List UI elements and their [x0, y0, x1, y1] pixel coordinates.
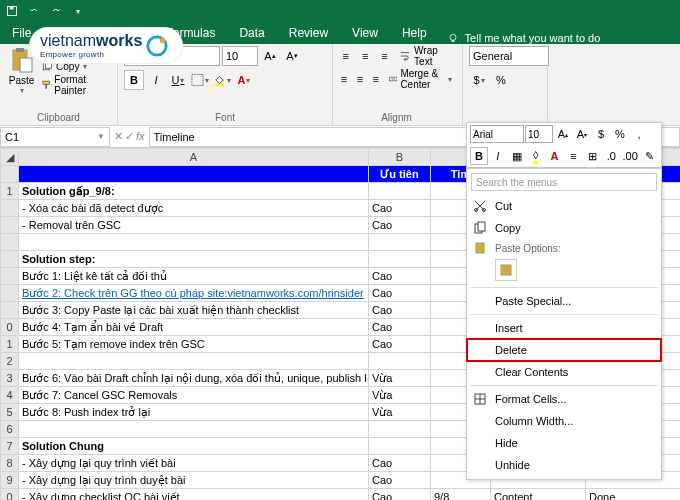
- row-header[interactable]: 1: [1, 336, 19, 353]
- merge-center-button[interactable]: Merge & Center▾: [385, 69, 456, 89]
- cell[interactable]: - Xây dựng lại quy trình duyệt bài: [19, 472, 369, 489]
- format-painter-button[interactable]: Format Painter: [41, 74, 111, 96]
- tab-view[interactable]: View: [340, 22, 390, 44]
- menu-clear-contents[interactable]: Clear Contents: [467, 361, 661, 383]
- mini-font-select[interactable]: [470, 125, 524, 143]
- name-box[interactable]: C1▼: [0, 127, 110, 147]
- cell[interactable]: [369, 234, 431, 251]
- menu-hide[interactable]: Hide: [467, 432, 661, 454]
- tab-review[interactable]: Review: [277, 22, 340, 44]
- fx-icon[interactable]: fx: [136, 130, 145, 143]
- italic-button[interactable]: I: [146, 70, 166, 90]
- row-header[interactable]: [1, 234, 19, 251]
- col-header-B[interactable]: B: [369, 149, 431, 166]
- row-header[interactable]: 5: [1, 404, 19, 421]
- row-header[interactable]: [1, 251, 19, 268]
- cell[interactable]: Cao: [369, 336, 431, 353]
- cell[interactable]: Cao: [369, 455, 431, 472]
- menu-insert[interactable]: Insert: [467, 317, 661, 339]
- cell[interactable]: Bước 2: Check trên GG theo cú pháp site:…: [19, 285, 369, 302]
- bold-button[interactable]: B: [124, 70, 144, 90]
- align-center-icon[interactable]: ≡: [353, 69, 367, 89]
- row-header[interactable]: [1, 302, 19, 319]
- mini-currency-icon[interactable]: $: [592, 125, 610, 143]
- cell[interactable]: [369, 421, 431, 438]
- cell[interactable]: Bước 7: Cancel GSC Removals: [19, 387, 369, 404]
- increase-font-icon[interactable]: A▴: [260, 46, 280, 66]
- cell[interactable]: Cao: [369, 200, 431, 217]
- menu-column-width[interactable]: Column Width...: [467, 410, 661, 432]
- cell[interactable]: [369, 251, 431, 268]
- cell[interactable]: - Xóa các bài đã detect được: [19, 200, 369, 217]
- row-header[interactable]: 7: [1, 438, 19, 455]
- select-all-corner[interactable]: ◢: [1, 149, 19, 166]
- paste-option-default[interactable]: [495, 259, 517, 281]
- cell[interactable]: Bước 1: Liệt kê tất cả đối thủ: [19, 268, 369, 285]
- row-header[interactable]: 8: [1, 455, 19, 472]
- tab-data[interactable]: Data: [227, 22, 276, 44]
- cell[interactable]: Bước 4: Tạm ẩn bài về Draft: [19, 319, 369, 336]
- font-size-select[interactable]: [222, 46, 258, 66]
- cell[interactable]: Cao: [369, 472, 431, 489]
- menu-delete[interactable]: Delete: [467, 339, 661, 361]
- mini-border-icon[interactable]: ▦: [508, 147, 526, 165]
- mini-comma-icon[interactable]: ,: [630, 125, 648, 143]
- table-row[interactable]: 0- Xây dựng checklist QC bài viếtCao9/8C…: [1, 489, 681, 501]
- mini-painter-icon[interactable]: ✎: [640, 147, 658, 165]
- mini-center-icon[interactable]: ≡: [565, 147, 583, 165]
- menu-format-cells[interactable]: Format Cells...: [467, 388, 661, 410]
- cell[interactable]: Cao: [369, 319, 431, 336]
- tell-me-search[interactable]: Tell me what you want to do: [447, 32, 601, 44]
- cell[interactable]: Solution step:: [19, 251, 369, 268]
- cell[interactable]: Cao: [369, 302, 431, 319]
- row-header[interactable]: [1, 217, 19, 234]
- decrease-font-icon[interactable]: A▾: [282, 46, 302, 66]
- mini-increase-font-icon[interactable]: A▴: [554, 125, 572, 143]
- cell[interactable]: Bước 6: Vào bài Draft chỉnh lại nội dung…: [19, 370, 369, 387]
- enter-formula-icon[interactable]: ✓: [125, 130, 134, 143]
- qat-dropdown-icon[interactable]: ▾: [70, 3, 86, 19]
- align-bottom-icon[interactable]: ≡: [376, 46, 393, 66]
- align-middle-icon[interactable]: ≡: [356, 46, 373, 66]
- row-header[interactable]: 0: [1, 489, 19, 501]
- currency-button[interactable]: $▾: [469, 70, 489, 90]
- cancel-formula-icon[interactable]: ✕: [114, 130, 123, 143]
- paste-label[interactable]: Paste: [9, 75, 35, 86]
- font-color-button[interactable]: A▾: [234, 70, 254, 90]
- row-header[interactable]: [1, 268, 19, 285]
- paste-dropdown-icon[interactable]: ▾: [20, 86, 24, 95]
- cell[interactable]: Solution Chung: [19, 438, 369, 455]
- row-header[interactable]: [1, 166, 19, 183]
- row-header[interactable]: 2: [1, 353, 19, 370]
- cell[interactable]: - Removal trên GSC: [19, 217, 369, 234]
- mini-percent-icon[interactable]: %: [611, 125, 629, 143]
- mini-merge-icon[interactable]: ⊞: [583, 147, 601, 165]
- menu-cut[interactable]: Cut: [467, 195, 661, 217]
- chevron-down-icon[interactable]: ▼: [97, 132, 105, 141]
- save-icon[interactable]: [4, 3, 20, 19]
- cell[interactable]: Cao: [369, 268, 431, 285]
- align-right-icon[interactable]: ≡: [369, 69, 383, 89]
- mini-inc-decimal-icon[interactable]: .00: [621, 147, 639, 165]
- cell[interactable]: Solution gấp_9/8:: [19, 183, 369, 200]
- cell[interactable]: - Xây dựng checklist QC bài viết: [19, 489, 369, 501]
- fill-color-button[interactable]: ▾: [212, 70, 232, 90]
- mini-size-select[interactable]: [525, 125, 553, 143]
- cell[interactable]: Vừa: [369, 370, 431, 387]
- cell[interactable]: - Xây dựng lại quy trình viết bài: [19, 455, 369, 472]
- row-header[interactable]: 9: [1, 472, 19, 489]
- cell[interactable]: Cao: [369, 285, 431, 302]
- wrap-text-button[interactable]: Wrap Text: [395, 46, 456, 66]
- row-header[interactable]: 4: [1, 387, 19, 404]
- cell[interactable]: [369, 183, 431, 200]
- tab-help[interactable]: Help: [390, 22, 439, 44]
- row-header[interactable]: 6: [1, 421, 19, 438]
- mini-fill-icon[interactable]: ◊: [527, 147, 545, 165]
- menu-paste-special[interactable]: Paste Special...: [467, 290, 661, 312]
- undo-icon[interactable]: [26, 3, 42, 19]
- cell[interactable]: [369, 438, 431, 455]
- col-header-A[interactable]: A: [19, 149, 369, 166]
- mini-bold-button[interactable]: B: [470, 147, 488, 165]
- menu-copy[interactable]: Copy: [467, 217, 661, 239]
- cell[interactable]: [19, 353, 369, 370]
